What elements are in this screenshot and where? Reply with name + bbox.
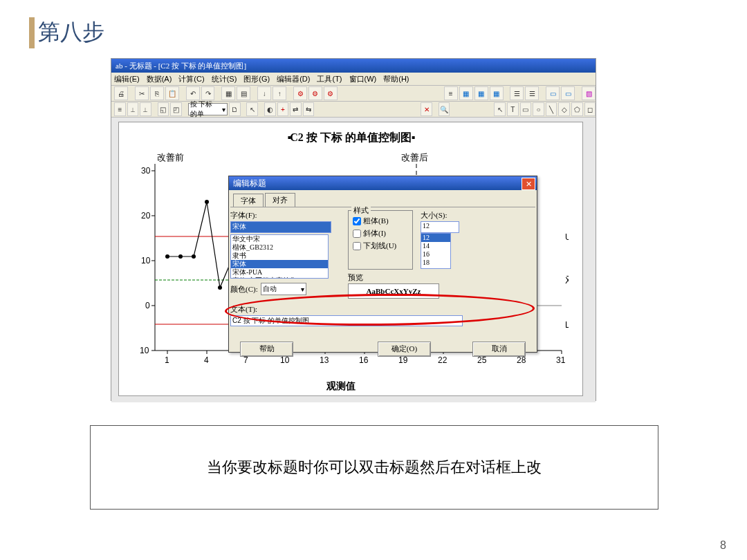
tb-icon-14[interactable]: ▭ — [546, 86, 560, 100]
dialog-title-text: 编辑标题 — [233, 176, 266, 190]
tb2-icon-9[interactable]: ⇄ — [290, 102, 302, 116]
menu-editor[interactable]: 编辑器(D) — [277, 73, 310, 85]
tb-icon-16[interactable]: ▧ — [582, 86, 596, 100]
preview-label: 预览 — [348, 272, 439, 283]
svg-text:X̄ =5.61: X̄ =5.61 — [565, 276, 569, 286]
tab-font[interactable]: 字体 — [233, 194, 264, 207]
rect-icon[interactable]: ▭ — [520, 102, 532, 116]
menu-edit[interactable]: 编辑(E) — [114, 73, 140, 85]
tb-icon-4[interactable]: ↑ — [273, 86, 286, 100]
size-input[interactable]: 12 — [421, 221, 459, 233]
redo-icon[interactable]: ↷ — [201, 86, 215, 100]
chart-section-right: 改善后 — [401, 151, 428, 164]
svg-text:10: 10 — [141, 256, 151, 265]
svg-text:30: 30 — [141, 166, 151, 176]
chart-title[interactable]: C2 按 下标 的单值控制图 — [288, 131, 414, 145]
zoom-icon[interactable]: 🔍 — [439, 102, 450, 116]
pointer-icon[interactable]: ↖ — [246, 102, 258, 116]
svg-text:0: 0 — [145, 301, 150, 310]
tb-icon-10[interactable]: ▦ — [474, 86, 488, 100]
tb2-icon-6[interactable]: 🗋 — [229, 102, 241, 116]
app-titlebar: ab - 无标题 - [C2 按 下标 的单值控制图] — [111, 59, 596, 73]
svg-text:UCL=15.30: UCL=15.30 — [565, 232, 569, 242]
caption-text: 当你要改标题时你可以双击标题然后在对话框上改 — [207, 457, 542, 478]
line-icon[interactable]: ╲ — [546, 102, 557, 116]
svg-text:-10: -10 — [140, 346, 149, 355]
size-listbox[interactable]: 12 14 16 18 20 — [421, 233, 451, 269]
tb2-icon-7[interactable]: ◐ — [264, 102, 276, 116]
tb2-icon-5[interactable]: ◰ — [170, 102, 182, 116]
cut-icon[interactable]: ✂ — [135, 86, 149, 100]
undo-icon[interactable]: ↶ — [186, 86, 200, 100]
tb-icon-8[interactable]: ≡ — [444, 86, 458, 100]
menu-help[interactable]: 帮助(H) — [383, 73, 409, 85]
svg-point-45 — [205, 200, 209, 204]
tb2-icon-10[interactable]: ⇆ — [303, 102, 315, 116]
svg-point-46 — [218, 286, 222, 290]
menu-graph[interactable]: 图形(G) — [243, 73, 270, 85]
dialog-body: 字体(F): 宋体 华文中宋 楷体_GB2312 隶书 宋体 宋体-PUA 宋体… — [230, 207, 535, 337]
menu-stat[interactable]: 统计(S) — [212, 73, 237, 85]
tb-icon-12[interactable]: ☰ — [510, 86, 524, 100]
italic-checkbox[interactable]: 斜体(I) — [353, 228, 408, 239]
bold-checkbox[interactable]: 粗体(B) — [353, 216, 408, 226]
svg-text:31: 31 — [556, 355, 566, 364]
poly-icon[interactable]: ◇ — [558, 102, 570, 116]
tb-icon-1[interactable]: ▦ — [221, 86, 235, 100]
select-icon[interactable]: ↖ — [494, 102, 506, 116]
size-label: 大小(S): — [421, 210, 459, 221]
tab-align[interactable]: 对齐 — [265, 193, 295, 207]
font-input[interactable]: 宋体 — [230, 221, 331, 233]
title-text-input[interactable] — [230, 315, 463, 326]
marker-icon[interactable]: ◻ — [584, 102, 596, 116]
dialog-titlebar[interactable]: 编辑标题 ✕ — [229, 176, 537, 190]
tb-icon-9[interactable]: ▦ — [459, 86, 473, 100]
graph-name-dropdown[interactable]: 按 下标 的单 ▾ — [188, 103, 228, 115]
dialog-buttons: 帮助 确定(O) 取消 — [229, 337, 537, 361]
toolbar-2: ≡ ⟂ ⟂ ◱ ◰ 按 下标 的单 ▾ 🗋 ↖ ◐ + ⇄ ⇆ ✕ 🔍 ↖ T … — [111, 102, 596, 118]
svg-text:20: 20 — [141, 211, 151, 221]
font-listbox[interactable]: 华文中宋 楷体_GB2312 隶书 宋体 宋体-PUA 宋体-方正超大字符集 新… — [230, 234, 329, 279]
menu-window[interactable]: 窗口(W) — [349, 73, 377, 85]
caption-box: 当你要改标题时你可以双击标题然后在对话框上改 — [90, 425, 658, 510]
copy-icon[interactable]: ⎘ — [150, 86, 164, 100]
ok-button[interactable]: 确定(O) — [378, 342, 431, 357]
close-icon[interactable]: ✕ — [421, 102, 432, 116]
tb2-icon-4[interactable]: ◱ — [158, 102, 169, 116]
text-label: 文本(T): — [230, 304, 463, 315]
svg-text:LCL=-4.09: LCL=-4.09 — [565, 320, 569, 330]
style-group: 样式 粗体(B) 斜体(I) 下划线(U) — [348, 210, 413, 270]
tb-icon-6[interactable]: ⚙ — [308, 86, 322, 100]
color-select[interactable]: 自动▾ — [261, 283, 306, 295]
tb-icon-5[interactable]: ⚙ — [293, 86, 307, 100]
svg-point-42 — [165, 254, 169, 259]
slide-title: 第八步 — [38, 17, 104, 48]
help-button[interactable]: 帮助 — [240, 342, 293, 357]
style-legend: 样式 — [351, 205, 371, 216]
tb-icon-7[interactable]: ⚙ — [324, 86, 338, 100]
tb2-icon-2[interactable]: ⟂ — [127, 102, 139, 116]
svg-point-44 — [192, 254, 196, 259]
circle-icon[interactable]: ○ — [533, 102, 544, 116]
menu-tools[interactable]: 工具(T) — [317, 73, 342, 85]
cancel-button[interactable]: 取消 — [472, 342, 526, 357]
tb-icon-13[interactable]: ☰ — [525, 86, 539, 100]
tb-icon-3[interactable]: ↓ — [257, 86, 271, 100]
tb2-icon-8[interactable]: + — [277, 102, 289, 116]
underline-checkbox[interactable]: 下划线(U) — [353, 241, 408, 251]
tb-icon-15[interactable]: ▭ — [561, 86, 575, 100]
chart-section-left: 改善前 — [157, 151, 184, 164]
menu-calc[interactable]: 计算(C) — [178, 73, 204, 85]
poly2-icon[interactable]: ⬠ — [571, 102, 583, 116]
tb2-icon-1[interactable]: ≡ — [114, 102, 126, 116]
text-icon[interactable]: T — [507, 102, 519, 116]
menu-data[interactable]: 数据(A) — [147, 73, 172, 85]
svg-point-43 — [178, 254, 183, 259]
tb-icon-11[interactable]: ▦ — [490, 86, 504, 100]
dialog-close-button[interactable]: ✕ — [522, 178, 535, 190]
paste-icon[interactable]: 📋 — [165, 86, 179, 100]
x-axis-label: 观测值 — [326, 380, 356, 393]
tb-icon-2[interactable]: ▤ — [237, 86, 250, 100]
tb2-icon-3[interactable]: ⟂ — [140, 102, 151, 116]
print-icon[interactable]: 🖨 — [114, 86, 128, 100]
